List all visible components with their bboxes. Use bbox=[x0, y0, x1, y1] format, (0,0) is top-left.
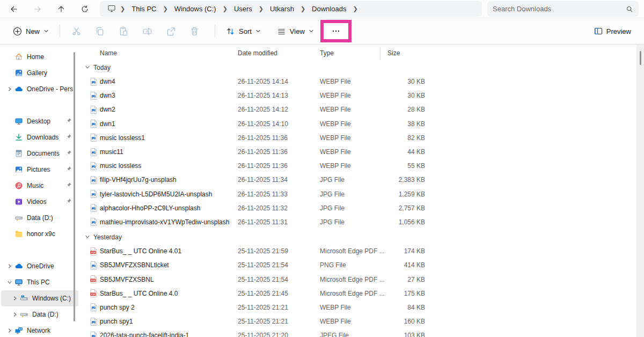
breadcrumb-item[interactable]: Windows (C:) bbox=[171, 4, 219, 14]
paste-icon bbox=[119, 26, 129, 36]
file-name: dwn1 bbox=[100, 120, 238, 128]
refresh-button[interactable] bbox=[76, 2, 93, 17]
sidebar-item-downloads[interactable]: Downloads bbox=[1, 129, 78, 145]
breadcrumb-item[interactable]: Users bbox=[231, 4, 255, 14]
sidebar-item-documents[interactable]: Documents bbox=[1, 145, 78, 162]
sidebar-item-videos[interactable]: Videos bbox=[1, 194, 78, 210]
file-row[interactable]: SB5JMVFZXSBNLticket25-11-2025 21:54PNG F… bbox=[79, 258, 644, 272]
chevron-right-icon[interactable] bbox=[5, 86, 14, 92]
file-type: JPEG File bbox=[320, 332, 387, 337]
documents-icon bbox=[14, 149, 24, 158]
refresh-icon bbox=[80, 5, 89, 13]
sidebar-item-onedrive[interactable]: OneDrive bbox=[1, 258, 78, 274]
file-size: 175 KB bbox=[387, 290, 425, 297]
sidebar-item-home[interactable]: Home bbox=[1, 49, 78, 65]
see-more-button[interactable] bbox=[324, 23, 348, 39]
column-name[interactable]: Name bbox=[100, 49, 238, 57]
delete-button[interactable] bbox=[185, 22, 204, 40]
chevron-down-icon[interactable] bbox=[5, 280, 14, 285]
preview-button[interactable]: Preview bbox=[590, 24, 635, 39]
file-row[interactable]: punch spy 225-11-2025 21:21WEBP File84 K… bbox=[79, 301, 644, 314]
chevron-right-icon[interactable] bbox=[11, 312, 19, 317]
file-row[interactable]: dwn226-11-2025 14:12WEBP File28 KB bbox=[79, 102, 644, 116]
file-size: 30 KB bbox=[387, 78, 425, 85]
file-size: 1,259 KB bbox=[387, 191, 425, 198]
file-name: dwn4 bbox=[100, 78, 238, 85]
up-button[interactable] bbox=[53, 2, 70, 17]
search-input[interactable] bbox=[493, 5, 626, 13]
file-row[interactable]: PDFStarBus_ _ UTC Online 4.025-11-2025 2… bbox=[79, 287, 644, 301]
sidebar-item-data-d[interactable]: Data (D:) bbox=[1, 306, 78, 323]
image-file-icon bbox=[90, 92, 100, 100]
file-row[interactable]: 2026-tata-punch-facelift-india-125-11-20… bbox=[79, 328, 644, 337]
column-size[interactable]: Size bbox=[387, 49, 425, 57]
file-row[interactable]: punch spy125-11-2025 21:21WEBP File160 K… bbox=[79, 314, 644, 328]
chevron-right-icon: ❯ bbox=[297, 5, 309, 12]
chevron-right-icon[interactable] bbox=[11, 296, 19, 301]
copy-icon bbox=[95, 26, 105, 36]
breadcrumb-item[interactable]: This PC bbox=[128, 4, 159, 14]
sort-button[interactable]: Sort bbox=[222, 24, 265, 39]
chevron-down-icon[interactable] bbox=[85, 64, 90, 71]
sidebar-item-data-d[interactable]: Data (D:) bbox=[1, 210, 78, 226]
sidebar-item-music[interactable]: Music bbox=[1, 178, 78, 194]
column-type[interactable]: Type bbox=[320, 49, 387, 57]
file-row[interactable]: dwn326-11-2025 14:13WEBP File30 KB bbox=[79, 89, 644, 102]
file-date-modified: 26-11-2025 14:10 bbox=[238, 120, 320, 128]
forward-button[interactable] bbox=[29, 2, 46, 17]
group-header-today[interactable]: Today bbox=[79, 61, 644, 75]
file-list-scrollbar-thumb[interactable] bbox=[640, 51, 641, 65]
pdf-file-icon: PDF bbox=[90, 247, 100, 255]
search-box[interactable] bbox=[487, 1, 639, 17]
sidebar-item-windows-c[interactable]: Windows (C:) bbox=[1, 290, 78, 306]
sidebar-item-network[interactable]: Network bbox=[1, 323, 78, 337]
sidebar-item-desktop[interactable]: Desktop bbox=[1, 113, 78, 129]
breadcrumb-item[interactable]: Downloads bbox=[309, 4, 349, 14]
file-row[interactable]: music lossless126-11-2025 11:36WEBP File… bbox=[79, 131, 644, 145]
svg-text:PDF: PDF bbox=[91, 251, 96, 253]
file-name: mathieu-improvisato-xV1YWpTediw-unsplash bbox=[100, 218, 238, 226]
file-row[interactable]: alphacolor-HhoPP-zC9LY-unsplash26-11-202… bbox=[79, 201, 644, 215]
sidebar-item-onedrive-pers[interactable]: OneDrive - Pers bbox=[1, 81, 78, 97]
file-row[interactable]: music1126-11-2025 11:36WEBP File44 KB bbox=[79, 145, 644, 159]
group-label: Today bbox=[93, 64, 111, 71]
back-button[interactable] bbox=[5, 2, 23, 17]
cut-button[interactable] bbox=[67, 22, 86, 40]
chevron-right-icon: ❯ bbox=[349, 5, 361, 12]
column-date-modified[interactable]: Date modified bbox=[238, 49, 320, 57]
file-list-pane: Name Date modified Type Size Todaydwn426… bbox=[79, 45, 644, 337]
copy-button[interactable] bbox=[90, 22, 109, 40]
group-header-yesterday[interactable]: Yesterday bbox=[79, 230, 644, 244]
paste-button[interactable] bbox=[114, 22, 133, 40]
file-row[interactable]: dwn426-11-2025 14:14WEBP File30 KB bbox=[79, 75, 644, 89]
share-button[interactable] bbox=[161, 22, 180, 40]
chevron-down-icon[interactable] bbox=[85, 233, 90, 241]
chevron-right-icon: ❯ bbox=[117, 5, 128, 12]
file-row[interactable]: music lossless26-11-2025 11:36WEBP File5… bbox=[79, 159, 644, 173]
sidebar-scrollbar[interactable] bbox=[74, 52, 75, 321]
sidebar-item-this-pc[interactable]: This PC bbox=[1, 274, 78, 290]
file-row[interactable]: tyler-lastovich-L5DP6M5U2IA-unsplash26-1… bbox=[79, 187, 644, 201]
image-file-icon bbox=[90, 78, 100, 86]
file-list-scrollbar-track[interactable] bbox=[636, 45, 644, 337]
gallery-icon bbox=[14, 69, 24, 77]
sidebar-item-label: Videos bbox=[27, 198, 46, 206]
new-button[interactable]: New bbox=[9, 24, 53, 39]
rename-button[interactable]: A bbox=[137, 22, 157, 40]
breadcrumb-item[interactable]: Utkarsh bbox=[267, 4, 297, 14]
file-row[interactable]: dwn126-11-2025 14:10WEBP File38 KB bbox=[79, 117, 644, 131]
file-row[interactable]: mathieu-improvisato-xV1YWpTediw-unsplash… bbox=[79, 215, 644, 229]
file-row[interactable]: PDFStarBus_ _ UTC Online 4.0125-11-2025 … bbox=[79, 244, 644, 258]
file-name: SB5JMVFZXSBNL bbox=[100, 276, 238, 283]
file-row[interactable]: filip-VHf4jqrUu7g-unsplash26-11-2025 11:… bbox=[79, 173, 644, 187]
sidebar-item-label: Documents bbox=[27, 150, 60, 157]
sidebar-item-honor-x9c[interactable]: honor x9c bbox=[1, 226, 78, 242]
file-type: WEBP File bbox=[320, 92, 387, 99]
file-name: StarBus_ _ UTC Online 4.0 bbox=[100, 290, 238, 297]
chevron-right-icon[interactable] bbox=[5, 263, 14, 269]
sidebar-item-gallery[interactable]: Gallery bbox=[1, 65, 78, 81]
chevron-right-icon[interactable] bbox=[5, 328, 14, 333]
sidebar-item-pictures[interactable]: Pictures bbox=[1, 162, 78, 178]
file-row[interactable]: PDFSB5JMVFZXSBNL25-11-2025 21:54Microsof… bbox=[79, 272, 644, 286]
view-button[interactable]: View bbox=[273, 24, 318, 39]
